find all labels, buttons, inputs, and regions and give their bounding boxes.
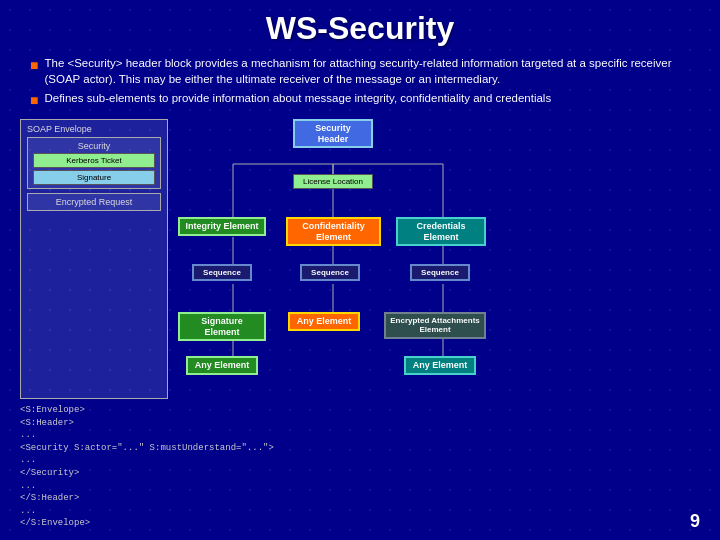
code-line-8: </S:Header> (20, 492, 274, 505)
code-line-7: ... (20, 480, 274, 493)
kerberos-ticket-box: Kerberos Ticket (33, 153, 155, 168)
tree-diagram: Security Header License Location Integri… (178, 119, 700, 399)
encrypted-request-box: Encrypted Request (27, 193, 161, 211)
encrypted-attachments-node: Encrypted Attachments Element (384, 312, 486, 339)
signature-box: Signature (33, 170, 155, 185)
page-title: WS-Security (20, 10, 700, 47)
diagram-area: SOAP Envelope Security Kerberos Ticket S… (20, 119, 700, 399)
code-line-3: ... (20, 429, 274, 442)
security-header-node: Security Header (293, 119, 373, 149)
credentials-element-label: Credentials Element (416, 221, 465, 242)
code-line-4: <Security S:actor="..." S:mustUnderstand… (20, 442, 274, 455)
encrypted-request-label: Encrypted Request (33, 197, 155, 207)
page-number: 9 (690, 511, 700, 532)
any-element-label-1: Any Element (297, 316, 352, 326)
bullet-item-1: ■ The <Security> header block provides a… (30, 55, 700, 87)
sequence-node-2: Sequence (300, 264, 360, 282)
license-location-label: License Location (303, 177, 363, 186)
confidentiality-element-label: Confidentiality Element (302, 221, 365, 242)
sequence-node-1: Sequence (192, 264, 252, 282)
security-label: Security (33, 141, 155, 151)
any-element-label-2: Any Element (195, 360, 250, 370)
security-box: Security Kerberos Ticket Signature (27, 137, 161, 189)
bullet-text-1: The <Security> header block provides a m… (44, 55, 700, 87)
bullet-icon-2: ■ (30, 91, 38, 111)
code-line-9: ... (20, 505, 274, 518)
bullet-item-2: ■ Defines sub-elements to provide inform… (30, 90, 700, 111)
security-header-label: Security Header (315, 123, 351, 144)
confidentiality-element-node: Confidentiality Element (286, 217, 381, 247)
soap-envelope-label: SOAP Envelope (27, 124, 161, 134)
signature-element-node: Signature Element (178, 312, 266, 342)
encrypted-attachments-label: Encrypted Attachments Element (390, 316, 480, 335)
code-line-10: </S:Envelope> (20, 517, 274, 530)
sequence-label-2: Sequence (311, 268, 349, 277)
code-area: <S:Envelope> <S:Header> ... <Security S:… (20, 404, 274, 530)
sequence-label-3: Sequence (421, 268, 459, 277)
bullet-list: ■ The <Security> header block provides a… (20, 55, 700, 111)
soap-envelope-box: SOAP Envelope Security Kerberos Ticket S… (20, 119, 168, 399)
sequence-label-1: Sequence (203, 268, 241, 277)
any-element-node-3: Any Element (404, 356, 476, 375)
signature-element-label: Signature Element (201, 316, 243, 337)
any-element-node-2: Any Element (186, 356, 258, 375)
integrity-element-node: Integrity Element (178, 217, 266, 236)
code-line-5: ... (20, 454, 274, 467)
sequence-node-3: Sequence (410, 264, 470, 282)
code-line-2: <S:Header> (20, 417, 274, 430)
page: WS-Security ■ The <Security> header bloc… (0, 0, 720, 540)
integrity-element-label: Integrity Element (185, 221, 258, 231)
bullet-text-2: Defines sub-elements to provide informat… (44, 90, 551, 106)
code-line-6: </Security> (20, 467, 274, 480)
any-element-node-1: Any Element (288, 312, 360, 331)
credentials-element-node: Credentials Element (396, 217, 486, 247)
code-line-1: <S:Envelope> (20, 404, 274, 417)
any-element-label-3: Any Element (413, 360, 468, 370)
license-location-node: License Location (293, 174, 373, 189)
bullet-icon-1: ■ (30, 56, 38, 76)
